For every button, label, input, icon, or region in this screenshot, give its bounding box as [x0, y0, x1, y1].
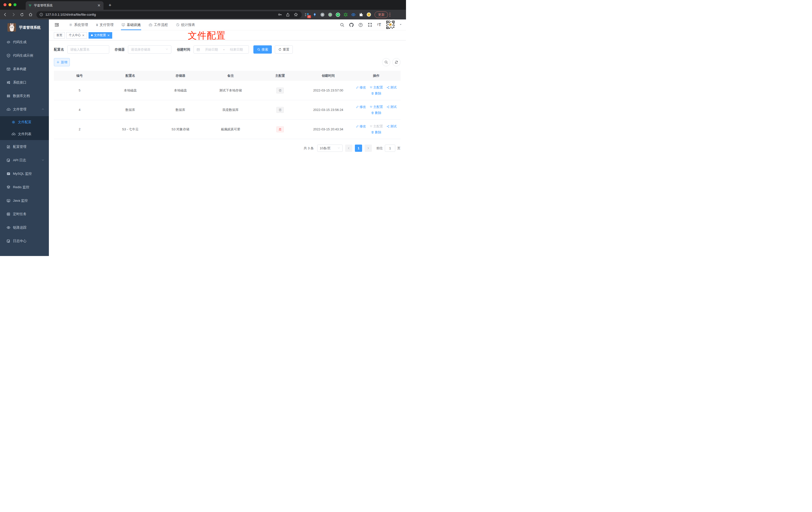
sidebar-item-label: 定时任务	[13, 212, 26, 216]
home-button[interactable]	[27, 11, 34, 18]
new-tab-button[interactable]: +	[107, 2, 113, 8]
extension-y-icon[interactable]: Y	[336, 12, 340, 17]
sidebar-item-java-monitor[interactable]: Java 监控	[0, 194, 49, 207]
sidebar-item-tracing[interactable]: 链路追踪	[0, 221, 49, 234]
help-icon[interactable]	[358, 23, 363, 27]
extension-puzzle-icon[interactable]	[359, 12, 364, 17]
sidebar-item-scheduled-tasks[interactable]: 定时任务	[0, 207, 49, 221]
date-range-picker[interactable]: 开始日期 - 结束日期	[194, 46, 249, 54]
tag-profile[interactable]: 个人中心✕	[66, 32, 87, 39]
qr-avatar[interactable]	[386, 20, 395, 29]
nav-item-infrastructure[interactable]: 基础设施	[117, 20, 145, 30]
add-button[interactable]: 新增	[54, 58, 70, 66]
app-title: 芋道管理系统	[19, 25, 41, 30]
extension-command-icon[interactable]: ⌘	[320, 12, 325, 17]
reset-button[interactable]: 重置	[275, 46, 293, 54]
tag-home[interactable]: 首页	[54, 32, 65, 39]
extension-grid-icon[interactable]: 11	[305, 12, 309, 17]
font-size-icon[interactable]: TT	[377, 23, 382, 27]
end-date-placeholder[interactable]: 结束日期	[227, 48, 246, 52]
search-button[interactable]: 搜索	[253, 46, 272, 54]
goto-page-field[interactable]	[385, 145, 395, 152]
sidebar-item-db-doc[interactable]: 数据库文档	[0, 89, 49, 103]
active-tag-dot	[91, 34, 93, 36]
forward-button[interactable]	[10, 11, 17, 18]
sidebar-item-api-log[interactable]: API 日志	[0, 154, 49, 167]
browser-toolbar: 127.0.0.1:1024/infra/file/file-config 11…	[0, 10, 406, 20]
nav-item-system[interactable]: 系统管理	[65, 20, 92, 30]
config-name-field[interactable]	[67, 46, 109, 54]
sidebar-item-redis-monitor[interactable]: Redis 监控	[0, 180, 49, 194]
nav-item-payment[interactable]: ¥ 支付管理	[92, 20, 117, 30]
favicon-plant-icon	[28, 4, 32, 7]
storage-select[interactable]: 请选择存储器	[128, 46, 171, 54]
table-refresh-button[interactable]	[392, 58, 401, 66]
sidebar-item-file-mgmt[interactable]: 文件管理	[0, 103, 49, 116]
next-page-button[interactable]	[365, 145, 372, 152]
config-name-input[interactable]	[70, 48, 106, 51]
delete-link[interactable]: 删除	[371, 91, 381, 96]
browser-tab[interactable]: 芋道管理系统 ✕	[26, 1, 104, 10]
start-date-placeholder[interactable]: 开始日期	[202, 48, 221, 52]
nav-item-workflow[interactable]: 工作流程	[145, 20, 172, 30]
chevron-up-icon	[41, 108, 45, 112]
extension-badge: 11	[307, 15, 311, 18]
sidebar-item-form-builder[interactable]: 表单构建	[0, 62, 49, 76]
test-link[interactable]: 测试	[386, 124, 397, 129]
bookmark-star-icon[interactable]	[293, 12, 299, 18]
master-link[interactable]: 主配置	[370, 85, 383, 90]
sidebar-logo[interactable]: 芋道管理系统	[0, 20, 49, 35]
tab-close-icon[interactable]: ✕	[97, 3, 101, 8]
sidebar-item-config-mgmt[interactable]: 配置管理	[0, 140, 49, 154]
maximize-window-button[interactable]	[13, 3, 17, 6]
edit-link[interactable]: 修改	[356, 105, 366, 109]
avatar-dropdown-caret-icon[interactable]	[399, 23, 402, 27]
test-link[interactable]: 测试	[386, 85, 397, 90]
goto-page-input[interactable]	[385, 145, 395, 152]
sidebar-item-log-center[interactable]: 日志中心	[0, 234, 49, 248]
tag-close-icon[interactable]: ✕	[107, 34, 110, 37]
delete-link[interactable]: 删除	[371, 111, 381, 115]
tag-file-config[interactable]: 文件配置✕	[89, 32, 112, 39]
nav-item-reports[interactable]: 统计报表	[172, 20, 199, 30]
master-link[interactable]: 主配置	[370, 105, 383, 109]
page-number-current[interactable]: 1	[355, 145, 362, 152]
extension-eye-icon[interactable]	[351, 12, 356, 17]
sidebar-item-label: 日志中心	[13, 239, 26, 243]
table-search-toggle-button[interactable]	[382, 58, 390, 66]
delete-link[interactable]: 删除	[371, 130, 381, 134]
share-icon[interactable]	[285, 12, 291, 18]
sidebar-item-code-gen[interactable]: 代码生成	[0, 35, 49, 49]
address-bar[interactable]: 127.0.0.1:1024/infra/file/file-config	[36, 11, 302, 18]
sidebar-item-label: 数据库文档	[13, 94, 30, 98]
browser-menu-icon[interactable]	[389, 13, 390, 17]
extension-emoji-icon[interactable]	[367, 12, 371, 17]
sidebar-item-mysql-monitor[interactable]: MySQL 监控	[0, 167, 49, 180]
reload-button[interactable]	[19, 11, 25, 18]
browser-update-button[interactable]: 更新	[375, 11, 388, 18]
briefcase-icon	[149, 23, 152, 27]
github-icon[interactable]	[349, 23, 354, 27]
search-icon[interactable]	[340, 23, 345, 27]
minimize-window-button[interactable]	[8, 3, 11, 6]
sidebar-item-system-api[interactable]: 系统接口	[0, 76, 49, 89]
calendar-icon	[197, 48, 200, 51]
sidebar-collapse-icon[interactable]	[54, 22, 59, 28]
page-size-select[interactable]: 10条/页	[317, 145, 343, 152]
sidebar-item-file-list[interactable]: 文件列表	[0, 128, 49, 140]
site-info-icon[interactable]	[39, 13, 43, 17]
edit-link[interactable]: 修改	[356, 85, 366, 90]
back-button[interactable]	[1, 11, 8, 18]
extension-record-icon[interactable]	[328, 12, 332, 17]
sidebar-item-code-demo[interactable]: 代码生成示例	[0, 49, 49, 62]
extension-pin-icon[interactable]	[313, 12, 317, 17]
prev-page-button[interactable]	[345, 145, 352, 152]
fullscreen-icon[interactable]	[367, 23, 372, 27]
extension-star-icon[interactable]	[343, 12, 348, 17]
tag-close-icon[interactable]: ✕	[82, 34, 85, 37]
edit-link[interactable]: 修改	[356, 124, 366, 129]
test-link[interactable]: 测试	[386, 105, 397, 109]
close-window-button[interactable]	[3, 3, 6, 6]
password-key-icon[interactable]	[277, 12, 283, 18]
sidebar-item-file-config[interactable]: 文件配置	[0, 116, 49, 128]
